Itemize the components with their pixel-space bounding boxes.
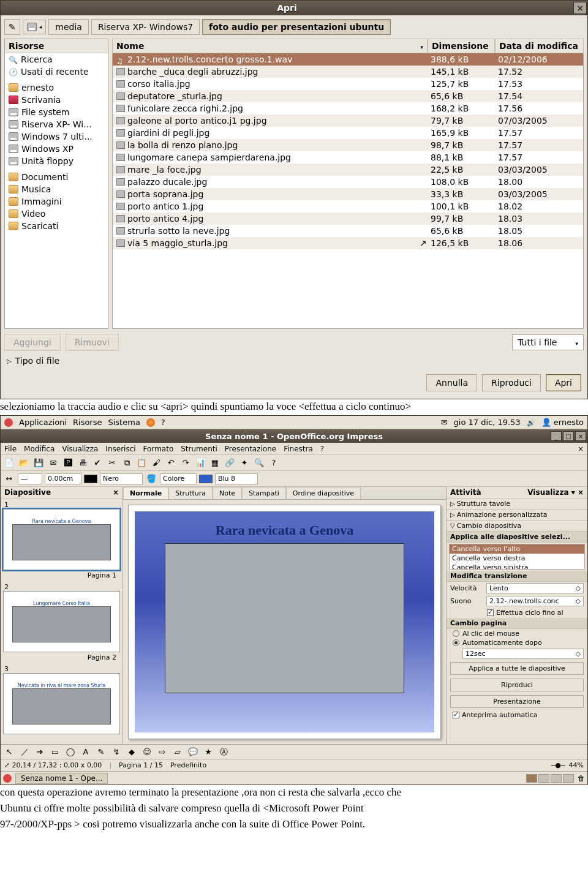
- file-row[interactable]: strurla sotto la neve.jpg65,6 kB18.05: [113, 225, 583, 237]
- line-color-swatch[interactable]: [84, 475, 97, 483]
- trash-icon[interactable]: 🗑: [578, 774, 585, 783]
- brush-icon[interactable]: 🖌: [150, 457, 162, 469]
- menu-format[interactable]: Formato: [143, 445, 174, 453]
- slide-thumb[interactable]: Nevicata in riva al mare zona Sturla: [3, 673, 120, 734]
- sidebar-item[interactable]: Scaricati: [5, 220, 108, 232]
- flowchart-icon[interactable]: ▱: [172, 746, 184, 758]
- standard-toolbar[interactable]: 📄 📂 💾 ✉ 🅿 🖶 ✔ ✂ ⧉ 📋 🖌 ↶ ↷ 📊 ▦ 🔗 ✦ 🔍 ?: [1, 455, 587, 471]
- menu-applications[interactable]: Applicazioni: [19, 418, 67, 427]
- taskpane-view[interactable]: Visualizza ▾ ×: [527, 488, 584, 497]
- fill-icon[interactable]: 🪣: [145, 473, 157, 485]
- menu-insert[interactable]: Inserisci: [105, 445, 135, 453]
- advance-onclick[interactable]: Al clic del mouse: [447, 629, 587, 638]
- auto-preview-checkbox[interactable]: Anteprima automatica: [447, 710, 587, 720]
- sidebar-item[interactable]: File system: [5, 106, 108, 118]
- paste-icon[interactable]: 📋: [135, 457, 148, 469]
- stars-icon[interactable]: ★: [202, 746, 214, 758]
- sidebar-item[interactable]: Riserva XP- Wi...: [5, 118, 108, 130]
- zoom-slider[interactable]: ─●─: [551, 761, 565, 769]
- crumb-current[interactable]: foto audio per presentazioni ubuntu: [202, 19, 391, 35]
- cancel-button[interactable]: Annulla: [426, 374, 477, 391]
- firefox-icon[interactable]: [146, 418, 155, 427]
- sec-transition[interactable]: Cambio diapositiva: [447, 521, 587, 532]
- sec-custom-anim[interactable]: Animazione personalizzata: [447, 510, 587, 521]
- menu-help[interactable]: ?: [320, 445, 324, 453]
- maximize-icon[interactable]: □: [563, 431, 574, 441]
- speaker-icon[interactable]: [527, 418, 535, 427]
- file-row[interactable]: lungomare canepa sampierdarena.jpg88,1 k…: [113, 151, 583, 164]
- menu-window[interactable]: Finestra: [284, 445, 313, 453]
- transition-list[interactable]: Cancella verso l'alto Cancella verso des…: [449, 544, 585, 570]
- connectors-icon[interactable]: ↯: [110, 746, 123, 758]
- file-filter-combo[interactable]: Tutti i file: [512, 334, 584, 350]
- copy-icon[interactable]: ⧉: [121, 457, 133, 469]
- nav-icon[interactable]: ✦: [238, 457, 251, 469]
- loop-checkbox[interactable]: Effettua ciclo fino al: [447, 608, 587, 618]
- impress-titlebar[interactable]: Senza nome 1 - OpenOffice.org Impress _ …: [1, 429, 587, 443]
- open-icon[interactable]: 📂: [18, 457, 30, 469]
- file-list[interactable]: 2.12-.new.trolls.concerto grosso.1.wav38…: [112, 53, 584, 329]
- arrows-icon[interactable]: ⇨: [156, 746, 168, 758]
- show-desktop-icon[interactable]: [3, 774, 12, 783]
- minimize-icon[interactable]: _: [551, 431, 562, 441]
- slide-thumb[interactable]: Lungomare Corso Italia: [3, 591, 120, 652]
- file-row[interactable]: mare _la foce.jpg22,5 kB03/03/2005: [113, 164, 583, 176]
- menu-edit[interactable]: Modifica: [24, 445, 55, 453]
- table-icon[interactable]: ▦: [209, 457, 221, 469]
- taskbar-item[interactable]: Senza nome 1 - Ope...: [15, 773, 108, 784]
- col-name[interactable]: Nome: [112, 39, 428, 53]
- menu-presentation[interactable]: Presentazione: [225, 445, 276, 453]
- chart-icon[interactable]: 📊: [194, 457, 206, 469]
- arrow-tool-icon[interactable]: ➔: [34, 746, 46, 758]
- print-icon[interactable]: 🖶: [77, 457, 89, 469]
- help-toolbar-icon[interactable]: ?: [268, 457, 280, 469]
- line-color-field[interactable]: Nero: [100, 473, 143, 484]
- window-close-icon[interactable]: ×: [575, 431, 586, 441]
- shapes-icon[interactable]: ◆: [126, 746, 138, 758]
- ubuntu-icon[interactable]: [4, 418, 13, 427]
- save-icon[interactable]: 💾: [32, 457, 45, 469]
- auto-time-field[interactable]: 12sec◇: [462, 649, 584, 659]
- menu-tools[interactable]: Strumenti: [181, 445, 217, 453]
- sidebar-item[interactable]: Video: [5, 208, 108, 220]
- spellcheck-icon[interactable]: ✔: [91, 457, 104, 469]
- callouts-icon[interactable]: 💬: [187, 746, 199, 758]
- remove-bookmark-button[interactable]: Rimuovi: [66, 334, 119, 351]
- gnome-bottom-panel[interactable]: Senza nome 1 - Ope... 🗑: [1, 771, 587, 785]
- sidebar-item[interactable]: Windows 7 ulti...: [5, 130, 108, 143]
- zoom-icon[interactable]: 🔍: [253, 457, 265, 469]
- file-row[interactable]: deputatore _sturla.jpg65,6 kB17.54: [113, 90, 583, 102]
- speed-combo[interactable]: Lento◇: [486, 583, 584, 593]
- select-tool-icon[interactable]: ↖: [3, 746, 15, 758]
- file-row[interactable]: 2.12-.new.trolls.concerto grosso.1.wav38…: [113, 53, 583, 66]
- line-fill-toolbar[interactable]: ↔ ― 0,00cm Nero 🪣 Colore Blu 8: [1, 471, 587, 487]
- file-columns-header[interactable]: Nome Dimensione Data di modifica: [112, 39, 584, 53]
- menubar[interactable]: File Modifica Visualizza Inserisci Forma…: [1, 443, 587, 455]
- tab-handout[interactable]: Stampati: [242, 487, 286, 499]
- tab-outline[interactable]: Struttura: [168, 487, 213, 499]
- file-row[interactable]: la bolla di renzo piano.jpg98,7 kB17.57: [113, 139, 583, 151]
- menu-view[interactable]: Visualizza: [62, 445, 98, 453]
- line-width-field[interactable]: 0,00cm: [45, 473, 81, 484]
- user-menu[interactable]: 👤 ernesto: [541, 418, 584, 427]
- view-tabs[interactable]: Normale Struttura Note Stampati Ordine d…: [123, 487, 446, 500]
- rect-tool-icon[interactable]: ▭: [49, 746, 61, 758]
- curves-icon[interactable]: ✎: [95, 746, 107, 758]
- slide-panel-close-icon[interactable]: ×: [113, 488, 119, 497]
- line-tool-icon[interactable]: ／: [18, 746, 31, 758]
- fill-type-field[interactable]: Colore: [160, 473, 197, 484]
- sidebar-item[interactable]: Musica: [5, 183, 108, 195]
- tab-notes[interactable]: Note: [213, 487, 242, 499]
- add-bookmark-button[interactable]: Aggiungi: [4, 334, 61, 351]
- file-row[interactable]: funicolare zecca righi.2.jpg168,2 kB17.5…: [113, 102, 583, 115]
- ellipse-tool-icon[interactable]: ◯: [64, 746, 77, 758]
- col-date[interactable]: Data di modifica: [495, 39, 584, 53]
- advance-auto[interactable]: Automaticamente dopo: [447, 638, 587, 647]
- tab-sorter[interactable]: Ordine diapositive: [286, 487, 361, 499]
- gnome-top-panel[interactable]: Applicazioni Risorse Sistema ? gio 17 di…: [1, 416, 587, 429]
- taskpane-show-button[interactable]: Presentazione: [450, 695, 584, 708]
- taskpane-play-button[interactable]: Riproduci: [450, 679, 584, 691]
- filetype-expander[interactable]: ▷Tipo di file: [4, 351, 584, 371]
- file-row[interactable]: via 5 maggio_sturla.jpg126,5 kB18.06: [113, 237, 583, 249]
- sidebar-item[interactable]: Scrivania: [5, 94, 108, 106]
